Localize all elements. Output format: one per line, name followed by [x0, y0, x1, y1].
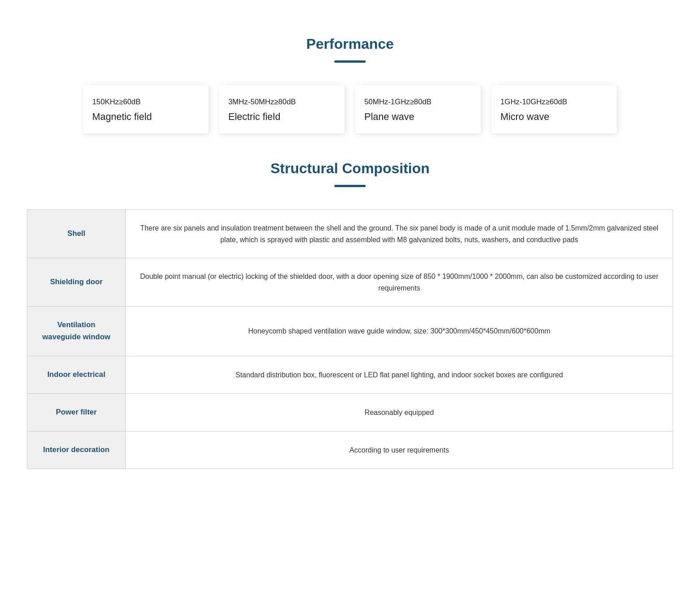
- table-row: Indoor electricalStandard distribution b…: [27, 356, 673, 394]
- row-label: Shielding door: [27, 258, 126, 307]
- structural-underline: [334, 185, 366, 187]
- row-label: Interior decoration: [27, 431, 126, 469]
- performance-title: Performance: [27, 36, 673, 52]
- row-label: Ventilation waveguide window: [27, 307, 126, 356]
- row-value: There are six panels and insulation trea…: [126, 210, 673, 258]
- card-freq: 50MHz-1GHz≥80dB: [364, 98, 472, 107]
- performance-section: Performance 150KHz≥60dBMagnetic field3MH…: [27, 36, 673, 133]
- row-label: Shell: [27, 210, 126, 258]
- structural-title: Structural Composition: [27, 160, 673, 177]
- table-row: Ventilation waveguide windowHoneycomb sh…: [27, 307, 673, 356]
- card-freq: 150KHz≥60dB: [92, 98, 200, 107]
- table-row: ShellThere are six panels and insulation…: [27, 210, 673, 258]
- table-row: Power filterReasonably equipped: [27, 394, 673, 431]
- card-field: Plane wave: [364, 111, 472, 123]
- table-row: Interior decorationAccording to user req…: [27, 431, 673, 469]
- row-value: Reasonably equipped: [126, 394, 673, 431]
- row-value: Standard distribution box, fluorescent o…: [126, 356, 673, 394]
- performance-card: 50MHz-1GHz≥80dBPlane wave: [355, 85, 481, 133]
- table-row: Shielding doorDouble point manual (or el…: [27, 258, 673, 307]
- performance-card: 3MHz-50MHz≥80dBElectric field: [219, 85, 345, 133]
- row-label: Indoor electrical: [27, 356, 126, 394]
- row-label: Power filter: [27, 394, 126, 431]
- performance-card: 1GHz-10GHz≥60dBMicro wave: [491, 85, 617, 133]
- row-value: Double point manual (or electric) lockin…: [126, 258, 673, 307]
- structural-table: ShellThere are six panels and insulation…: [27, 209, 673, 469]
- row-value: According to user requirements: [126, 431, 673, 469]
- performance-underline: [334, 60, 366, 63]
- card-freq: 3MHz-50MHz≥80dB: [228, 98, 336, 107]
- performance-cards: 150KHz≥60dBMagnetic field3MHz-50MHz≥80dB…: [27, 85, 673, 133]
- structural-section: Structural Composition ShellThere are si…: [27, 160, 673, 469]
- card-freq: 1GHz-10GHz≥60dB: [500, 98, 608, 107]
- performance-card: 150KHz≥60dBMagnetic field: [83, 85, 209, 133]
- card-field: Micro wave: [500, 111, 608, 123]
- row-value: Honeycomb shaped ventilation wave guide …: [126, 307, 673, 356]
- card-field: Magnetic field: [92, 111, 200, 123]
- card-field: Electric field: [228, 111, 336, 123]
